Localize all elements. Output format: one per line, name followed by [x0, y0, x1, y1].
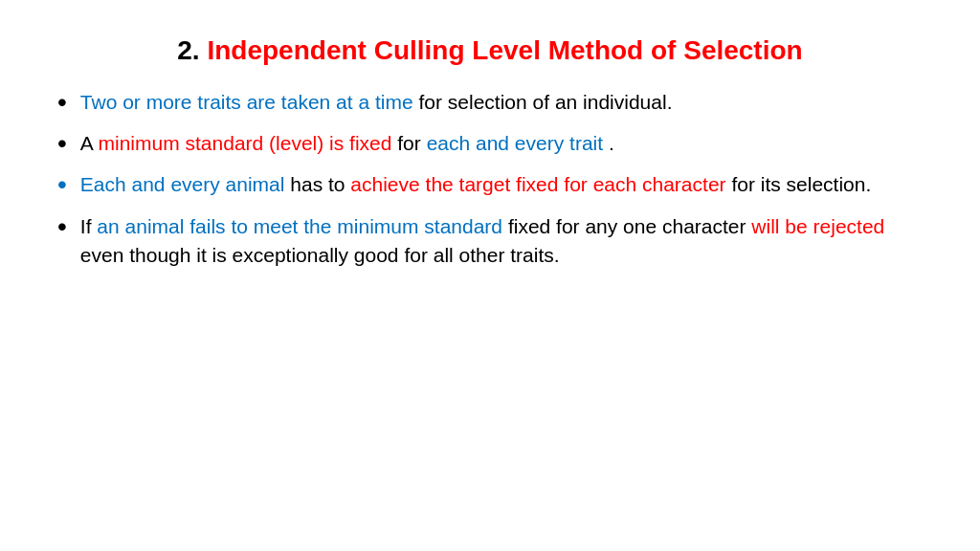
bullet1-part1: Two or more traits are taken at a time: [80, 91, 413, 113]
slide: 2. Independent Culling Level Method of S…: [0, 0, 980, 551]
bullet1-part2: for selection of an individual.: [418, 91, 672, 113]
bullet4-part4: will be rejected: [751, 215, 884, 237]
slide-title: 2. Independent Culling Level Method of S…: [57, 34, 923, 67]
bullet-item-1: • Two or more traits are taken at a time…: [57, 88, 923, 120]
bullet3-part4: for its selection.: [731, 173, 871, 195]
bullet4-part1: If: [80, 215, 98, 237]
bullet2-part5: .: [609, 132, 614, 154]
bullet3-part1: Each and every animal: [80, 173, 285, 195]
bullet2-part1: A: [80, 132, 99, 154]
bullet-content-4: If an animal fails to meet the minimum s…: [80, 212, 923, 271]
title-number: 2.: [177, 35, 199, 65]
bullet-dot-3: •: [57, 167, 67, 202]
bullet2-part3: for: [397, 132, 426, 154]
bullet-item-2: • A minimum standard (level) is fixed fo…: [57, 129, 923, 161]
bullet3-part2: has to: [290, 173, 350, 195]
bullet-content-3: Each and every animal has to achieve the…: [80, 170, 923, 199]
bullet4-part2: an animal fails to meet the minimum stan…: [97, 215, 502, 237]
bullet4-part5: even though it is exceptionally good for…: [80, 244, 560, 266]
title-text: Independent Culling Level Method of Sele…: [200, 35, 803, 65]
bullet2-part2: minimum standard (level) is fixed: [99, 132, 392, 154]
bullet-dot-1: •: [57, 85, 67, 120]
bullet-content-2: A minimum standard (level) is fixed for …: [80, 129, 923, 158]
bullet3-part3: achieve the target fixed for each charac…: [350, 173, 725, 195]
bullet-dot-4: •: [57, 209, 67, 244]
bullet4-part3: fixed for any one character: [508, 215, 751, 237]
bullet-item-3: • Each and every animal has to achieve t…: [57, 170, 923, 202]
bullet-list: • Two or more traits are taken at a time…: [57, 88, 923, 271]
bullet-dot-2: •: [57, 126, 67, 161]
bullet2-part4: each and every trait: [427, 132, 603, 154]
bullet-content-1: Two or more traits are taken at a time f…: [80, 88, 923, 117]
bullet-item-4: • If an animal fails to meet the minimum…: [57, 212, 923, 271]
